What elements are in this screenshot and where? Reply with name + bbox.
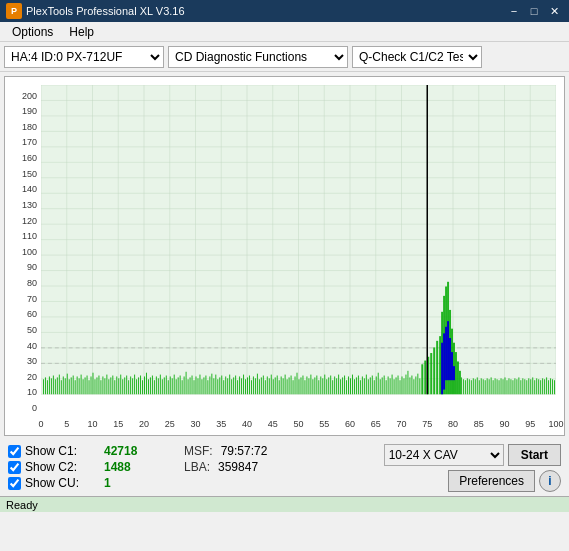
- cu-label: Show CU:: [25, 476, 100, 490]
- svg-rect-211: [372, 376, 373, 395]
- svg-rect-197: [344, 376, 345, 395]
- svg-rect-97: [146, 373, 147, 395]
- svg-rect-107: [166, 376, 167, 395]
- svg-rect-136: [223, 380, 224, 394]
- cu-row: Show CU: 1: [8, 476, 267, 490]
- c2-row: Show C2: 1488 LBA: 359847: [8, 460, 267, 474]
- svg-rect-202: [354, 379, 355, 394]
- svg-rect-191: [332, 380, 333, 394]
- svg-rect-221: [392, 375, 393, 395]
- svg-rect-65: [83, 379, 84, 394]
- svg-rect-81: [114, 380, 115, 394]
- svg-rect-141: [233, 377, 234, 394]
- svg-rect-193: [336, 378, 337, 394]
- svg-rect-226: [402, 376, 403, 394]
- msf-value: 79:57:72: [221, 444, 268, 458]
- minimize-button[interactable]: −: [505, 3, 523, 19]
- svg-rect-297: [548, 380, 549, 394]
- svg-rect-163: [277, 376, 278, 395]
- svg-rect-189: [328, 377, 329, 394]
- svg-rect-89: [130, 376, 131, 394]
- svg-rect-102: [156, 376, 157, 394]
- svg-rect-147: [245, 379, 246, 394]
- speed-row: 10-24 X CAV Start: [384, 444, 561, 466]
- svg-rect-228: [405, 375, 406, 395]
- x-axis: 0 5 10 15 20 25 30 35 40 45 50 55 60 65 …: [41, 415, 556, 433]
- device-select[interactable]: HA:4 ID:0 PX-712UF: [4, 46, 164, 68]
- svg-rect-53: [59, 375, 60, 395]
- svg-rect-129: [209, 376, 210, 394]
- test-select[interactable]: Q-Check C1/C2 Test: [352, 46, 482, 68]
- svg-rect-185: [320, 376, 321, 394]
- svg-rect-94: [140, 376, 141, 395]
- svg-rect-262: [479, 380, 480, 394]
- c1-checkbox[interactable]: [8, 445, 21, 458]
- svg-rect-135: [221, 376, 222, 395]
- svg-rect-300: [554, 380, 555, 394]
- window-controls: − □ ✕: [505, 3, 563, 19]
- svg-rect-166: [283, 378, 284, 394]
- svg-rect-134: [219, 377, 220, 394]
- toolbar: HA:4 ID:0 PX-712UF CD Diagnostic Functio…: [0, 42, 569, 72]
- maximize-button[interactable]: □: [525, 3, 543, 19]
- cu-checkbox[interactable]: [8, 477, 21, 490]
- speed-select[interactable]: 10-24 X CAV: [384, 444, 504, 466]
- menu-options[interactable]: Options: [4, 23, 61, 41]
- svg-rect-151: [253, 376, 254, 394]
- svg-rect-237: [424, 361, 426, 395]
- svg-rect-101: [154, 380, 155, 394]
- svg-rect-181: [312, 379, 313, 394]
- svg-rect-213: [376, 376, 377, 394]
- svg-rect-184: [318, 380, 319, 394]
- svg-rect-275: [505, 377, 506, 394]
- svg-rect-255: [465, 380, 466, 394]
- svg-rect-242: [439, 336, 441, 394]
- svg-rect-192: [334, 376, 335, 394]
- c1-row: Show C1: 42718 MSF: 79:57:72: [8, 444, 267, 458]
- preferences-button[interactable]: Preferences: [448, 470, 535, 492]
- svg-rect-179: [308, 378, 309, 394]
- menu-help[interactable]: Help: [61, 23, 102, 41]
- cu-value: 1: [104, 476, 164, 490]
- svg-rect-121: [194, 380, 195, 394]
- svg-rect-178: [306, 376, 307, 394]
- chart-svg: [41, 85, 556, 413]
- svg-rect-86: [124, 377, 125, 394]
- c2-checkbox[interactable]: [8, 461, 21, 474]
- svg-rect-186: [322, 378, 323, 394]
- svg-rect-235: [419, 378, 420, 394]
- svg-rect-295: [544, 379, 545, 394]
- svg-rect-208: [366, 375, 367, 395]
- svg-rect-290: [534, 380, 535, 394]
- svg-rect-80: [112, 376, 113, 395]
- c1-value: 42718: [104, 444, 164, 458]
- close-button[interactable]: ✕: [545, 3, 563, 19]
- svg-rect-217: [384, 376, 385, 395]
- prefs-row: Preferences i: [384, 470, 561, 492]
- svg-rect-143: [237, 380, 238, 394]
- svg-rect-299: [552, 379, 553, 394]
- svg-rect-173: [297, 373, 298, 395]
- c2-value: 1488: [104, 460, 164, 474]
- svg-rect-229: [407, 371, 408, 394]
- svg-rect-263: [481, 378, 482, 394]
- svg-rect-203: [356, 377, 357, 394]
- svg-rect-212: [374, 380, 375, 394]
- svg-rect-111: [174, 375, 175, 395]
- menu-bar: Options Help: [0, 22, 569, 42]
- svg-rect-113: [178, 377, 179, 394]
- svg-rect-278: [510, 379, 511, 394]
- info-button[interactable]: i: [539, 470, 561, 492]
- svg-rect-266: [487, 378, 488, 394]
- svg-rect-124: [199, 375, 200, 395]
- svg-rect-164: [279, 380, 280, 394]
- svg-rect-172: [295, 376, 296, 394]
- svg-rect-137: [225, 376, 226, 394]
- svg-rect-219: [388, 376, 389, 394]
- svg-rect-83: [118, 378, 119, 394]
- svg-rect-67: [87, 376, 88, 395]
- function-select[interactable]: CD Diagnostic Functions: [168, 46, 348, 68]
- start-button[interactable]: Start: [508, 444, 561, 466]
- svg-rect-148: [247, 377, 248, 394]
- svg-rect-260: [475, 379, 476, 394]
